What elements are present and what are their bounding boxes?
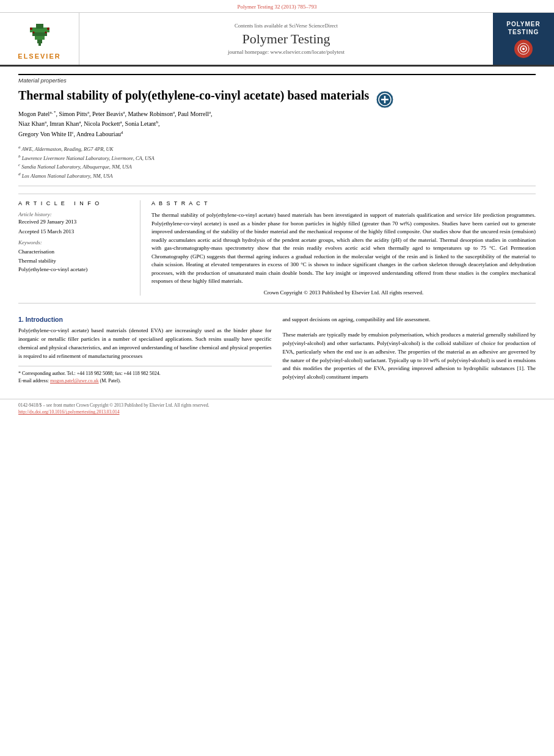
journal-badge: POLYMER TESTING <box>493 13 554 65</box>
keyword-3: Poly(ethylene-co-vinyl acetate) <box>18 265 131 274</box>
affiliations: a AWE, Aldermaston, Reading, RG7 4PR, UK… <box>18 144 536 186</box>
authors: Mogon Patela, *, Simon Pittsa, Peter Bea… <box>18 109 536 139</box>
sciverse-availability: Contents lists available at SciVerse Sci… <box>235 23 338 29</box>
svg-point-7 <box>47 27 49 30</box>
affiliation-a: AWE, Aldermaston, Reading, RG7 4PR, UK <box>21 146 113 152</box>
footnote-email: E-mail address: mogon.patel@awe.co.uk (M… <box>18 377 272 385</box>
page-footer: 0142-9418/$ – see front matter Crown Cop… <box>0 399 554 418</box>
affiliation-d: Los Alamos National Laboratory, NM, USA <box>22 173 113 179</box>
article-title: Thermal stability of poly(ethylene-co-vi… <box>18 87 369 103</box>
abstract-title: A B S T R A C T <box>151 200 536 206</box>
footnote-corresponding: * Corresponding author. Tel.: +44 118 98… <box>18 370 272 378</box>
badge-text: POLYMER TESTING <box>506 20 541 36</box>
page: Polymer Testing 32 (2013) 785–793 <box>0 0 554 756</box>
journal-title: Polymer Testing <box>242 31 330 47</box>
svg-point-8 <box>32 31 34 33</box>
keyword-1: Characterisation <box>18 247 131 256</box>
footnote-area: * Corresponding author. Tel.: +44 118 98… <box>18 366 272 386</box>
crossmark-icon <box>375 90 395 109</box>
article-info-title: A R T I C L E I N F O <box>18 200 131 206</box>
footer-issn: 0142-9418/$ – see front matter Crown Cop… <box>18 402 536 408</box>
accepted-date: Accepted 15 March 2013 <box>18 228 131 234</box>
top-bar: Polymer Testing 32 (2013) 785–793 <box>0 0 554 13</box>
badge-icon <box>514 40 533 58</box>
received-date: Received 29 January 2013 <box>18 219 131 225</box>
svg-point-12 <box>522 48 525 50</box>
footer-doi: http://dx.doi.org/10.1016/j.polymertesti… <box>18 409 536 415</box>
journal-homepage: journal homepage: www.elsevier.com/locat… <box>228 49 344 55</box>
affiliation-b: Lawrence Livermore National Laboratory, … <box>22 154 155 161</box>
affiliation-c: Sandia National Laboratory, Albuquerque,… <box>21 164 131 170</box>
keyword-2: Thermal stability <box>18 256 131 265</box>
journal-header: ELSEVIER Contents lists available at Sci… <box>0 13 554 67</box>
journal-title-area: Contents lists available at SciVerse Sci… <box>79 13 493 65</box>
journal-reference: Polymer Testing 32 (2013) 785–793 <box>237 4 316 10</box>
svg-rect-5 <box>36 24 43 29</box>
intro-col-left: 1. Introduction Poly(ethylene-co-vinyl a… <box>18 316 272 385</box>
history-label: Article history: <box>18 211 131 217</box>
svg-point-6 <box>30 27 32 30</box>
elsevier-tree-svg <box>21 23 58 47</box>
abstract-text: The thermal stability of poly(ethylene-c… <box>151 211 536 286</box>
abstract-copyright: Crown Copyright © 2013 Published by Else… <box>151 289 536 296</box>
intro-heading: 1. Introduction <box>18 316 272 323</box>
main-content: Material properties Thermal stability of… <box>0 67 554 399</box>
title-area: Thermal stability of poly(ethylene-co-vi… <box>18 87 536 109</box>
intro-text-col1: Poly(ethylene-co-vinyl acetate) based ma… <box>18 327 272 361</box>
svg-point-9 <box>45 31 46 33</box>
section-label: Material properties <box>18 74 536 84</box>
crossmark-svg <box>375 90 395 109</box>
keywords-label: Keywords: <box>18 239 131 245</box>
elsevier-wordmark: ELSEVIER <box>18 53 60 60</box>
section-divider <box>18 303 536 303</box>
abstract-column: A B S T R A C T The thermal stability of… <box>151 200 536 296</box>
elsevier-logo <box>12 18 67 51</box>
elsevier-logo-area: ELSEVIER <box>0 13 79 65</box>
intro-text-col2: and support decisions on ageing, compati… <box>283 316 536 324</box>
info-abstract-section: A R T I C L E I N F O Article history: R… <box>18 194 536 296</box>
intro-col-right: and support decisions on ageing, compati… <box>283 316 536 385</box>
email-link[interactable]: mogon.patel@awe.co.uk <box>50 378 99 383</box>
article-info-column: A R T I C L E I N F O Article history: R… <box>18 200 140 296</box>
badge-icon-svg <box>517 43 530 55</box>
doi-link[interactable]: http://dx.doi.org/10.1016/j.polymertesti… <box>18 409 119 415</box>
introduction-section: 1. Introduction Poly(ethylene-co-vinyl a… <box>18 310 536 391</box>
intro-text-col2-para2: These materials are typically made by em… <box>283 331 536 382</box>
